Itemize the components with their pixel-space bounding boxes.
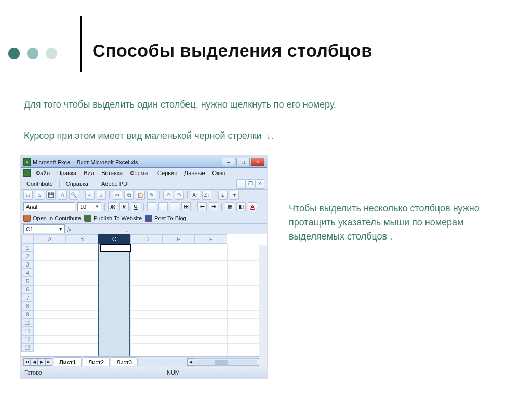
save-icon[interactable]: 💾 — [46, 191, 56, 200]
menu-format[interactable]: Формат — [127, 169, 153, 177]
fx-icon[interactable]: fx — [67, 226, 71, 232]
row-header[interactable]: 4 — [21, 269, 34, 277]
merge-icon[interactable]: ⊞ — [181, 202, 191, 211]
close-button[interactable]: × — [251, 158, 264, 166]
window-titlebar[interactable]: x Microsoft Excel - Лист Microsoft Excel… — [21, 156, 267, 168]
column-headers: A B C D E F — [21, 234, 267, 244]
row-header[interactable]: 6 — [21, 285, 34, 294]
cells-area[interactable] — [34, 244, 267, 357]
scroll-left-icon[interactable]: ◀ — [187, 358, 194, 366]
underline-button[interactable]: Ч — [131, 202, 140, 211]
help-link[interactable]: Справка — [63, 180, 91, 188]
sheet-nav-first-icon[interactable]: ⏮ — [23, 358, 31, 366]
bold-button[interactable]: Ж — [108, 202, 117, 211]
horizontal-scrollbar[interactable]: ◀ ▶ — [187, 358, 264, 366]
doc-restore-button[interactable]: ❐ — [246, 179, 255, 189]
sheet-tab-1[interactable]: Лист1 — [54, 357, 82, 366]
row-header[interactable]: 11 — [21, 327, 34, 335]
undo-icon[interactable]: ↶ — [163, 191, 172, 200]
col-header-a[interactable]: A — [34, 234, 66, 244]
sort-desc-icon[interactable]: Z↓ — [202, 191, 211, 200]
col-header-c[interactable]: C — [98, 234, 130, 244]
row-header[interactable]: 2 — [21, 252, 34, 260]
align-right-icon[interactable]: ≡ — [170, 202, 179, 211]
row-header[interactable]: 10 — [21, 318, 34, 327]
open-in-contribute[interactable]: Open In Contribute — [23, 215, 81, 222]
doc-close-button[interactable]: × — [255, 179, 264, 189]
row-header[interactable]: 1 — [21, 244, 34, 252]
print-icon[interactable]: ⎙ — [58, 191, 67, 200]
indent-increase-icon[interactable]: ⇥ — [209, 202, 218, 211]
row-header[interactable]: 5 — [21, 277, 34, 285]
post-to-blog[interactable]: Post To Blog — [145, 215, 187, 222]
col-header-e[interactable]: E — [163, 234, 195, 244]
contribute-link[interactable]: Contribute — [23, 180, 56, 188]
blog-icon — [145, 215, 152, 222]
publish-to-website[interactable]: Publish To Website — [84, 215, 142, 222]
chevron-down-icon: ▾ — [59, 225, 62, 232]
sheet-nav-prev-icon[interactable]: ◀ — [31, 358, 38, 366]
row-header[interactable]: 9 — [21, 310, 34, 318]
active-cell[interactable] — [100, 244, 131, 252]
italic-button[interactable]: К — [119, 202, 129, 211]
autosum-icon[interactable]: Σ — [218, 191, 228, 200]
align-left-icon[interactable]: ≡ — [147, 202, 156, 211]
sheet-tab-3[interactable]: Лист3 — [111, 357, 138, 366]
borders-icon[interactable]: ▦ — [225, 202, 234, 211]
more-icon[interactable]: ▾ — [230, 191, 239, 200]
contribute-icon — [23, 215, 31, 222]
row-header[interactable]: 8 — [21, 302, 34, 310]
menu-file[interactable]: Файл — [33, 169, 53, 177]
scroll-track[interactable] — [194, 360, 257, 365]
row-header[interactable]: 7 — [21, 294, 34, 302]
col-header-b[interactable]: B — [66, 234, 98, 244]
open-icon[interactable]: ⌂ — [35, 191, 44, 200]
menu-data[interactable]: Данные — [181, 169, 208, 177]
font-size-combo[interactable]: 10 ▾ — [77, 202, 101, 211]
sort-asc-icon[interactable]: A↑ — [191, 191, 200, 200]
name-box[interactable]: C1 ▾ — [23, 224, 65, 233]
vertical-scrollbar[interactable] — [259, 245, 267, 366]
sheet-nav-next-icon[interactable]: ▶ — [38, 358, 45, 366]
doc-minimize-button[interactable]: – — [236, 179, 246, 189]
adobe-pdf-link[interactable]: Adobe PDF — [98, 180, 134, 188]
copy-icon[interactable]: ⧉ — [124, 191, 134, 200]
menu-window[interactable]: Окно — [209, 169, 229, 177]
menu-edit[interactable]: Правка — [54, 169, 79, 177]
align-center-icon[interactable]: ≡ — [158, 202, 168, 211]
separator — [95, 180, 95, 188]
row-header[interactable]: 13 — [21, 343, 34, 352]
paragraph-2-text: Курсор при этом имеет вид маленькой черн… — [24, 130, 262, 141]
new-icon[interactable]: □ — [23, 191, 33, 200]
worksheet-grid[interactable]: A B C D E F 1 2 3 4 5 6 7 8 9 10 11 12 1… — [21, 234, 267, 357]
window-controls: – □ × — [221, 158, 264, 166]
menu-insert[interactable]: Вставка — [98, 169, 126, 177]
minimize-button[interactable]: – — [222, 158, 235, 166]
menu-view[interactable]: Вид — [81, 169, 97, 177]
preview-icon[interactable]: 🔍 — [69, 191, 78, 200]
font-name-combo[interactable]: Arial — [23, 202, 75, 211]
select-all-corner[interactable] — [21, 234, 34, 244]
sheet-nav-last-icon[interactable]: ⏭ — [45, 358, 52, 366]
scroll-thumb[interactable] — [215, 360, 228, 365]
status-bar: Готово NUM — [21, 367, 267, 378]
maximize-button[interactable]: □ — [236, 158, 250, 166]
cut-icon[interactable]: ✂ — [113, 191, 122, 200]
redo-icon[interactable]: ↷ — [175, 191, 184, 200]
font-color-icon[interactable]: A — [248, 202, 257, 211]
chevron-down-icon: ▾ — [96, 203, 99, 210]
col-header-d[interactable]: D — [130, 234, 163, 244]
research-icon[interactable]: ⌕ — [97, 191, 106, 200]
col-header-f[interactable]: F — [195, 234, 227, 244]
indent-decrease-icon[interactable]: ⇤ — [197, 202, 207, 211]
paste-icon[interactable]: 📋 — [136, 191, 145, 200]
row-header[interactable]: 3 — [21, 260, 34, 269]
format-painter-icon[interactable]: ✎ — [147, 191, 156, 200]
menu-tools[interactable]: Сервис — [154, 169, 180, 177]
spell-icon[interactable]: ✓ — [85, 191, 95, 200]
window-title: Microsoft Excel - Лист Microsoft Excel.x… — [33, 159, 221, 165]
divider-line — [80, 16, 82, 72]
row-header[interactable]: 12 — [21, 335, 34, 343]
sheet-tab-2[interactable]: Лист2 — [83, 357, 110, 366]
fill-color-icon[interactable]: ◧ — [236, 202, 246, 211]
